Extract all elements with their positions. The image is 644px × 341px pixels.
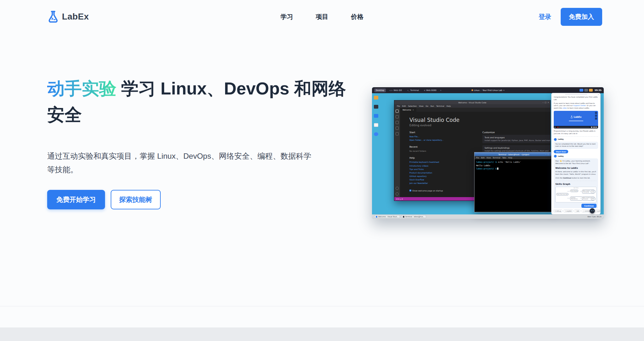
start-learning-button[interactable]: 免费开始学习 [47,190,105,209]
help-link-videos[interactable]: Introductory videos [409,164,472,168]
help-link-stackoverflow[interactable]: Stack Overflow [409,178,472,181]
status-icon-gray[interactable] [584,89,588,92]
terminal-output[interactable]: labex:project/ $ echo 'Hello LabEx' Hell… [475,159,553,212]
menu-view[interactable]: View [419,105,423,107]
graph-connector [580,198,582,198]
menu-file[interactable]: File [476,157,479,159]
help-link-docs[interactable]: Product documentation [409,171,472,174]
source-control-icon[interactable] [396,121,399,124]
greeting-text: Hey! 👋 I'm Labby, your learning assistan… [555,160,597,165]
explorer-icon[interactable] [396,110,399,113]
labex-logo[interactable]: LabEx [47,10,89,23]
menu-selection[interactable]: Selection [408,105,417,107]
taskbar-window-terminal[interactable]: Terminal - labex@hos... [401,215,426,218]
support-center-link[interactable]: Support Center [573,105,586,106]
start-over-button[interactable]: Start Over [554,150,568,153]
terminal-app-icon[interactable] [374,105,378,109]
video-link[interactable]: video [562,107,567,109]
video-progress-bar[interactable] [557,127,590,127]
vm-tab-terminal[interactable]: >_ Terminal [406,88,420,92]
tab-welcome[interactable]: Welcome × [400,108,416,112]
menu-view[interactable]: View [486,157,491,159]
search-icon[interactable] [396,115,399,118]
maximize-icon[interactable]: □ [545,101,546,103]
vscode-tab-strip: Welcome × [400,108,550,112]
recent-section-title: Recent [409,145,472,148]
drag-handle[interactable] [565,94,587,95]
fullscreen-icon[interactable] [596,127,597,128]
intro-video-player[interactable]: LabEx [554,111,598,128]
share-icon[interactable] [595,117,597,120]
explore-skilltree-button[interactable]: 探索技能树 [111,190,161,209]
desktop-icons [374,96,378,136]
code-app-icon[interactable] [374,114,378,118]
add-tab-button[interactable]: + [440,89,441,92]
extensions-icon[interactable] [396,132,399,135]
menu-tabs[interactable]: Tabs [502,157,506,159]
nav-item-projects[interactable]: 项目 [316,13,328,21]
miniplayer-icon[interactable] [594,127,596,128]
menu-terminal[interactable]: Terminal [493,157,501,159]
menu-edit[interactable]: Edit [481,157,485,159]
vm-tab-webide[interactable]: </> Web IDE [388,88,404,92]
menu-help[interactable]: Help [447,105,451,107]
lab-breadcrumb[interactable]: Linux / Your First Linux Lab ▾ [471,89,504,92]
settings-gear-icon[interactable] [396,192,399,196]
checkbox-icon[interactable]: ✓ [409,190,411,191]
assistant-row: Labby [554,155,598,158]
play-icon[interactable] [555,127,556,128]
open-folder-link[interactable]: Open Folder... or clone repository... [409,138,472,142]
ask-chip[interactable]: ?ask [574,209,580,213]
continue-button[interactable]: Continue [581,204,597,208]
menu-help[interactable]: Help [508,157,512,159]
nav-item-pricing[interactable]: 价格 [351,13,364,21]
menu-terminal[interactable]: Terminal [436,105,444,107]
vscode-titlebar[interactable]: Welcome - Visual Studio Code – □ × [394,100,550,104]
status-icon-orange[interactable] [589,89,593,92]
watch-later-icon[interactable] [595,115,597,117]
nav-item-learn[interactable]: 学习 [280,13,293,21]
account-icon[interactable] [396,187,399,190]
minimize-icon[interactable]: – [542,101,543,103]
help-link-github[interactable]: GitHub repository [409,174,472,178]
menu-go[interactable]: Go [426,105,428,107]
debug-chip[interactable]: ⚒debug [553,209,563,213]
maximize-icon[interactable]: □ [547,153,549,155]
like-icon[interactable] [595,112,597,114]
customize-card-tools[interactable]: Tools and languages Install support for … [482,135,550,143]
close-icon[interactable]: × [547,101,549,103]
settings-icon[interactable] [593,127,594,128]
vm-tab-web8080[interactable]: ⊕ Web 8080 [422,88,438,92]
tab-close-icon[interactable]: × [412,109,414,111]
terminal-window: Terminal - labex@host: ~/project – □ × F… [474,152,553,212]
help-link-tips[interactable]: Tips and Tricks [409,168,472,171]
window-controls: – □ × [545,152,552,156]
login-link[interactable]: 登录 [539,13,551,21]
vm-tab-desktop[interactable]: Desktop [374,88,386,92]
close-icon[interactable]: × [597,94,599,95]
minimize-icon[interactable]: – [545,153,546,155]
new-file-link[interactable]: New File... [409,135,472,138]
comment-icon: ○ [583,210,584,212]
skills-graph[interactable]: Lab Skills Your First Linux Lab Text Dis… [555,187,597,202]
panel-content[interactable]: Congratulations! You have completed your… [552,96,600,208]
menu-run[interactable]: Run [430,105,434,107]
outline-icon: ≡ [595,210,597,212]
folder-icon[interactable] [374,96,378,99]
explain-chip[interactable]: ✎explain [563,209,573,213]
menu-edit[interactable]: Edit [402,105,406,107]
terminal-titlebar[interactable]: Terminal - labex@host: ~/project – □ × [475,152,553,156]
status-problems-indicator[interactable]: ⊘ 0 △ 0 [396,198,403,200]
help-link-newsletter[interactable]: Join our Newsletter [409,181,472,185]
text-editor-icon[interactable] [374,123,378,127]
flask-icon [47,10,59,23]
run-debug-icon[interactable] [396,127,399,130]
labby-robot-icon[interactable] [590,208,595,213]
menu-file[interactable]: File [397,105,400,107]
join-free-button[interactable]: 免费加入 [561,8,602,26]
volume-icon[interactable] [591,127,592,128]
media-app-icon[interactable] [374,132,378,136]
help-link-cheatsheet[interactable]: Printable keyboard cheatsheet [409,160,472,164]
taskbar-window-vscode[interactable]: Welcome - Visual Stud... [374,215,400,218]
status-icon-blue[interactable] [580,89,583,92]
